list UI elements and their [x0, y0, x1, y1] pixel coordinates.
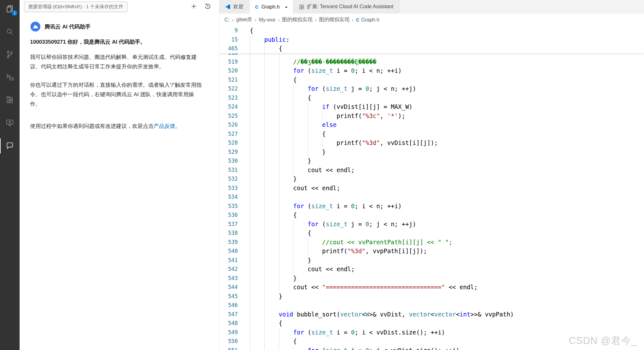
code-line[interactable]: 546 [219, 301, 644, 310]
code-text[interactable] [238, 301, 644, 310]
code-text[interactable]: for (size_t j = 0; j < n; ++j) [238, 220, 644, 229]
code-text[interactable]: public: [238, 35, 644, 44]
code-text[interactable]: { [238, 228, 644, 238]
code-text[interactable]: //��ӡ���·��������Ȩֵ����� [238, 57, 644, 66]
line-number[interactable]: 524 [219, 102, 238, 111]
line-number[interactable]: 536 [219, 210, 238, 220]
line-number[interactable]: 519 [219, 57, 238, 66]
code-text[interactable]: for (size_t j = 0; j < n; ++j) [238, 84, 644, 93]
product-feedback-link[interactable]: 产品反馈 [154, 123, 175, 129]
tab-extension-page[interactable]: 扩展: Tencent Cloud AI Code Assistant [293, 0, 399, 14]
code-line[interactable]: 519 //��ӡ���·��������Ȩֵ����� [219, 57, 644, 66]
breadcrumb-item[interactable]: My-exe [259, 17, 275, 23]
code-line[interactable]: 539 //cout << vvParentPath[i][j] << " "; [219, 238, 644, 247]
code-line[interactable]: 523 { [219, 93, 644, 103]
line-number[interactable]: 15 [219, 35, 238, 44]
activity-search-button[interactable] [0, 24, 20, 40]
code-text[interactable]: printf("%3c", '*'); [238, 111, 644, 121]
code-line[interactable]: 545 } [219, 292, 644, 301]
code-line[interactable]: 530 } [219, 156, 644, 166]
code-line[interactable]: 526 else [219, 120, 644, 129]
code-text[interactable]: } [238, 256, 644, 265]
code-text[interactable]: void bubble_sort(vector<W>& vvDist, vect… [238, 310, 644, 319]
code-text[interactable]: cout << endl; [238, 184, 644, 193]
code-line[interactable]: 541 } [219, 256, 644, 265]
code-line[interactable]: 531 cout << endl; [219, 166, 644, 175]
line-number[interactable]: 529 [219, 147, 238, 157]
line-number[interactable]: 546 [219, 301, 238, 310]
code-line[interactable]: 521 { [219, 75, 644, 84]
code-text[interactable]: cout << endl; [238, 166, 644, 175]
line-number[interactable]: 540 [219, 247, 238, 256]
tab-welcome[interactable]: 欢迎 [219, 0, 249, 14]
code-text[interactable]: { [238, 319, 644, 328]
code-line[interactable]: 538 { [219, 228, 644, 238]
line-number[interactable]: 551 [219, 346, 238, 350]
code-line[interactable]: 529 } [219, 147, 644, 157]
code-line[interactable]: 537 for (size_t j = 0; j < n; ++j) [219, 220, 644, 229]
code-line[interactable]: 533 cout << endl; [219, 184, 644, 193]
code-line[interactable]: 532 } [219, 174, 644, 184]
code-line[interactable]: 528 printf("%3d", vvDist[i][j]); [219, 138, 644, 147]
code-text[interactable]: for (size_t i = 0; i < n; ++i) [238, 66, 644, 75]
breadcrumb-item[interactable]: 图的模拟实现 [282, 16, 312, 23]
code-editor[interactable]: 9{15 public:465 { 518 519 //��ӡ���·�����… [219, 26, 644, 350]
code-line[interactable]: 520 for (size_t i = 0; i < n; ++i) [219, 66, 644, 75]
activity-explorer-button[interactable]: 1 [0, 2, 20, 17]
line-number[interactable]: 530 [219, 156, 238, 166]
tab-graph-h[interactable]: C Graph.h ● [249, 0, 293, 14]
line-number[interactable]: 548 [219, 319, 238, 328]
line-number[interactable]: 542 [219, 265, 238, 274]
code-text[interactable]: { [238, 210, 644, 220]
code-text[interactable]: { [238, 26, 644, 35]
line-number[interactable]: 545 [219, 292, 238, 301]
code-line[interactable]: 9{ [219, 26, 644, 35]
code-text[interactable]: { [238, 93, 644, 103]
code-text[interactable]: cout << endl; [238, 265, 644, 274]
line-number[interactable]: 518 [219, 53, 238, 57]
line-number[interactable]: 520 [219, 66, 238, 75]
code-text[interactable]: { [238, 129, 644, 139]
code-text[interactable]: } [238, 274, 644, 283]
code-line[interactable]: 535 for (size_t i = 0; i < n; ++i) [219, 202, 644, 211]
breadcrumb-item[interactable]: 图的模拟实现 [319, 16, 349, 23]
history-button[interactable] [203, 2, 212, 11]
code-line[interactable]: 544 cout << "===========================… [219, 283, 644, 292]
activity-run-debug-button[interactable] [0, 70, 20, 85]
code-line[interactable]: 548 { [219, 319, 644, 328]
code-text[interactable]: cout << "===============================… [238, 283, 644, 292]
line-number[interactable]: 528 [219, 138, 238, 147]
line-number[interactable]: 539 [219, 238, 238, 247]
line-number[interactable]: 465 [219, 44, 238, 53]
breadcrumb-file[interactable]: C Graph.h [356, 17, 379, 23]
line-number[interactable]: 523 [219, 93, 238, 103]
line-number[interactable]: 547 [219, 310, 238, 319]
line-number[interactable]: 522 [219, 84, 238, 93]
code-text[interactable]: } [238, 292, 644, 301]
line-number[interactable]: 526 [219, 120, 238, 129]
activity-remote-explorer-button[interactable] [0, 116, 20, 131]
code-text[interactable]: else [238, 120, 644, 129]
code-line[interactable]: 542 cout << endl; [219, 265, 644, 274]
code-text[interactable]: { [238, 44, 644, 53]
line-number[interactable]: 543 [219, 274, 238, 283]
activity-ai-chat-button[interactable] [0, 138, 20, 153]
code-text[interactable]: } [238, 147, 644, 157]
line-number[interactable]: 532 [219, 174, 238, 184]
breadcrumb-item[interactable]: gitee库 [236, 16, 252, 23]
line-number[interactable]: 538 [219, 228, 238, 238]
code-line[interactable]: 465 { [219, 44, 644, 53]
code-line[interactable]: 15 public: [219, 35, 644, 44]
code-text[interactable]: //cout << vvParentPath[i][j] << " "; [238, 238, 644, 247]
line-number[interactable]: 535 [219, 202, 238, 211]
line-number[interactable]: 549 [219, 328, 238, 337]
code-line[interactable]: 524 if (vvDist[i][j] = MAX_W) [219, 102, 644, 111]
line-number[interactable]: 541 [219, 256, 238, 265]
line-number[interactable]: 531 [219, 166, 238, 175]
line-number[interactable]: 534 [219, 192, 238, 202]
code-line[interactable]: 518 [219, 53, 644, 57]
code-text[interactable] [238, 192, 644, 202]
code-line[interactable]: 547 void bubble_sort(vector<W>& vvDist, … [219, 310, 644, 319]
line-number[interactable]: 533 [219, 184, 238, 193]
line-number[interactable]: 9 [219, 26, 238, 35]
